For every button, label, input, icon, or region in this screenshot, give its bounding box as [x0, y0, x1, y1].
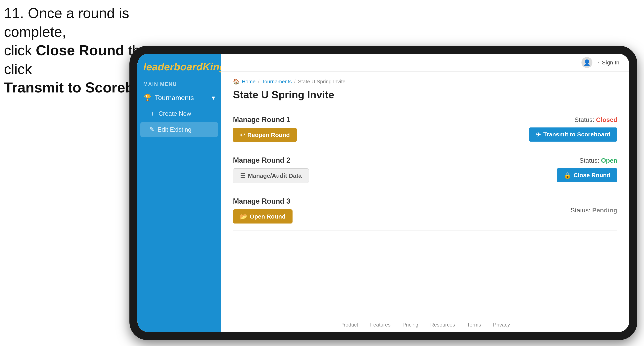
- round-1-title: Manage Round 1: [233, 116, 297, 124]
- instruction-line1: 11. Once a round is complete,: [4, 5, 129, 40]
- footer-privacy[interactable]: Privacy: [493, 322, 510, 328]
- tablet-device: leaderboardKing MAIN MENU 🏆 Tournaments …: [130, 46, 637, 340]
- round-2-right: Status: Open 🔒 Close Round: [557, 157, 617, 182]
- round-3-status-label: Status:: [570, 207, 590, 214]
- sign-in-label: →: [594, 59, 600, 66]
- nav-item-left: 🏆 Tournaments: [144, 94, 194, 102]
- app-footer: Product Features Pricing Resources Terms…: [221, 317, 629, 332]
- reopen-icon: ↩: [240, 132, 245, 138]
- reopen-round-label: Reopen Round: [247, 132, 290, 138]
- round-2-status-label: Status:: [580, 157, 600, 164]
- round-3-left: Manage Round 3 📂 Open Round: [233, 197, 292, 223]
- main-menu-label: MAIN MENU: [138, 76, 221, 89]
- round-2-status-value: Open: [601, 157, 617, 164]
- round-2-title: Manage Round 2: [233, 156, 309, 165]
- round-3-section: Manage Round 3 📂 Open Round Status: Pend…: [233, 190, 617, 231]
- main-content: 👤 → Sign In 🏠 Home / Tournaments / State: [221, 54, 629, 332]
- transmit-to-scoreboard-button[interactable]: ✈ Transmit to Scoreboard: [529, 128, 617, 142]
- audit-icon: ☰: [240, 172, 246, 179]
- round-2-left: Manage Round 2 ☰ Manage/Audit Data: [233, 156, 309, 183]
- home-icon: 🏠: [233, 79, 239, 85]
- round-1-left: Manage Round 1 ↩ Reopen Round: [233, 116, 297, 142]
- round-2-status: Status: Open: [580, 157, 617, 164]
- breadcrumb-home[interactable]: Home: [242, 79, 256, 85]
- round-2-section: Manage Round 2 ☰ Manage/Audit Data Statu…: [233, 149, 617, 190]
- round-3-status: Status: Pending: [570, 207, 617, 214]
- sidebar-item-edit-existing[interactable]: ✎ Edit Existing: [140, 122, 218, 137]
- instruction-bold1: Close Round: [36, 42, 124, 58]
- breadcrumb-sep-2: /: [294, 79, 296, 85]
- tournaments-label: Tournaments: [155, 94, 194, 102]
- sign-in-text: Sign In: [602, 59, 619, 66]
- app-header: 👤 → Sign In: [221, 54, 629, 72]
- transmit-label: Transmit to Scoreboard: [543, 131, 610, 138]
- instruction-line2: click: [4, 42, 36, 58]
- sidebar-logo: leaderboardKing: [138, 54, 221, 76]
- round-1-status-label: Status:: [574, 116, 594, 123]
- round-3-right: Status: Pending: [570, 207, 617, 214]
- sidebar-item-tournaments[interactable]: 🏆 Tournaments ▾: [138, 89, 221, 106]
- footer-resources[interactable]: Resources: [430, 322, 455, 328]
- sidebar-item-create-new[interactable]: ＋ Create New: [138, 106, 221, 122]
- logo-plain: leaderboard: [144, 61, 203, 73]
- create-new-label: Create New: [158, 110, 191, 117]
- open-round-label: Open Round: [250, 213, 286, 220]
- tablet-screen: leaderboardKing MAIN MENU 🏆 Tournaments …: [138, 54, 629, 332]
- logo: leaderboardKing: [144, 62, 215, 72]
- breadcrumb-sep-1: /: [258, 79, 259, 85]
- round-1-section: Manage Round 1 ↩ Reopen Round Status: Cl…: [233, 109, 617, 149]
- footer-features[interactable]: Features: [370, 322, 391, 328]
- breadcrumb-current: State U Spring Invite: [298, 79, 345, 85]
- sidebar-nav: 🏆 Tournaments ▾ ＋ Create New ✎ Edit Exis…: [138, 89, 221, 332]
- app-layout: leaderboardKing MAIN MENU 🏆 Tournaments …: [138, 54, 629, 332]
- manage-audit-data-button[interactable]: ☰ Manage/Audit Data: [233, 169, 309, 183]
- round-3-title: Manage Round 3: [233, 197, 292, 205]
- page-title: State U Spring Invite: [233, 89, 617, 101]
- close-round-label: Close Round: [574, 172, 610, 178]
- round-1-status-value: Closed: [596, 116, 617, 123]
- reopen-round-button[interactable]: ↩ Reopen Round: [233, 128, 297, 142]
- content-area: 🏠 Home / Tournaments / State U Spring In…: [221, 72, 629, 317]
- open-round-button[interactable]: 📂 Open Round: [233, 209, 292, 223]
- footer-product[interactable]: Product: [340, 322, 358, 328]
- round-1-status: Status: Closed: [574, 116, 617, 124]
- manage-audit-label: Manage/Audit Data: [248, 173, 302, 179]
- chevron-down-icon: ▾: [212, 94, 215, 102]
- sidebar: leaderboardKing MAIN MENU 🏆 Tournaments …: [138, 54, 221, 332]
- edit-icon: ✎: [149, 126, 154, 133]
- trophy-icon: 🏆: [144, 94, 152, 102]
- close-icon: 🔒: [564, 172, 571, 179]
- close-round-button[interactable]: 🔒 Close Round: [557, 168, 617, 182]
- edit-existing-label: Edit Existing: [158, 126, 192, 133]
- breadcrumb: 🏠 Home / Tournaments / State U Spring In…: [233, 79, 617, 85]
- round-1-right: Status: Closed ✈ Transmit to Scoreboard: [529, 116, 617, 142]
- breadcrumb-tournaments[interactable]: Tournaments: [262, 79, 292, 85]
- footer-terms[interactable]: Terms: [467, 322, 481, 328]
- plus-icon: ＋: [149, 110, 156, 118]
- sign-in-button[interactable]: 👤 → Sign In: [582, 57, 619, 68]
- transmit-icon: ✈: [536, 131, 541, 138]
- open-icon: 📂: [240, 213, 247, 220]
- user-avatar-icon: 👤: [582, 57, 592, 68]
- round-3-status-value: Pending: [592, 207, 617, 214]
- footer-pricing[interactable]: Pricing: [402, 322, 418, 328]
